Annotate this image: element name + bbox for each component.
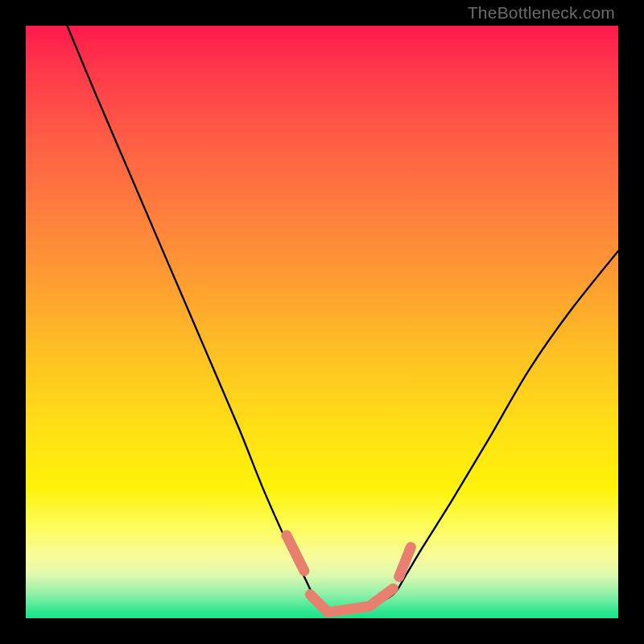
plot-area (26, 26, 618, 618)
highlight-segment (369, 588, 393, 606)
highlight-segment (399, 547, 411, 577)
watermark-text: TheBottleneck.com (468, 3, 615, 23)
bottleneck-curve (68, 26, 619, 613)
highlight-segment (287, 535, 304, 571)
highlight-segments (287, 535, 411, 613)
curve-path (68, 26, 619, 613)
chart-frame: TheBottleneck.com (0, 0, 644, 644)
highlight-segment (328, 606, 369, 612)
curve-svg (26, 26, 618, 618)
